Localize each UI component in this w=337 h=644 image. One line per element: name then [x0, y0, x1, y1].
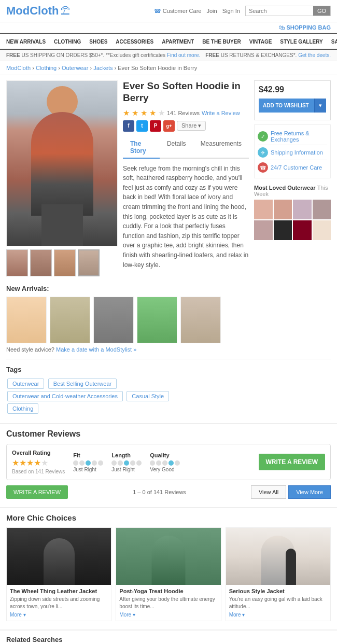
review-count-link[interactable]: 141 Reviews — [167, 110, 200, 116]
pinterest-share[interactable]: P — [150, 120, 161, 132]
nav-shoes[interactable]: SHOES — [85, 35, 111, 48]
fit-rating-block: Fit Just Right — [73, 452, 103, 472]
nav-apartment[interactable]: APARTMENT — [158, 35, 198, 48]
reviews-actions-row: WRITE A REVIEW 1 – 0 of 141 Reviews View… — [6, 485, 331, 499]
star-1: ★ — [123, 108, 130, 118]
more-chic-heading: More Chic Choices — [6, 513, 331, 522]
nav-sale[interactable]: SALE — [327, 35, 337, 48]
returns-link[interactable]: Get the deets. — [298, 52, 331, 58]
loved-item-2[interactable] — [274, 200, 292, 219]
shipping-info-link[interactable]: ✈ Shipping Information — [258, 145, 327, 160]
logo[interactable]: ModCloth ⛱ — [6, 4, 70, 18]
based-on-text: Based on 141 Reviews — [12, 469, 65, 474]
most-loved-section: Most Loved Outerwear This Week — [254, 185, 331, 240]
product-right-sidebar: $42.99 ADD TO WISHLIST ▾ ✓ Free Returns … — [254, 80, 331, 276]
nav-style-gallery[interactable]: STYLE GALLERY — [276, 35, 327, 48]
breadcrumb-outerwear[interactable]: Outerwear — [62, 65, 88, 71]
thumbnail-row — [6, 249, 118, 276]
chic-item-1-more[interactable]: More ▾ — [10, 612, 108, 618]
most-loved-grid — [254, 200, 331, 240]
overall-stars: ★★★★★ — [12, 458, 65, 468]
tag-cold-weather[interactable]: Outerwear and Cold-weather Accessories — [7, 391, 123, 401]
view-more-button[interactable]: View More — [288, 485, 331, 499]
write-review-button[interactable]: WRITE A REVIEW — [259, 454, 325, 470]
nav-clothing[interactable]: CLOTHING — [50, 35, 85, 48]
thumbnail-1[interactable] — [6, 249, 28, 276]
facebook-share[interactable]: f — [123, 120, 134, 132]
most-loved-heading: Most Loved Outerwear This Week — [254, 185, 331, 197]
chic-item-2-more[interactable]: More ▾ — [119, 612, 217, 618]
arrival-item-4[interactable] — [137, 297, 177, 343]
view-all-button[interactable]: View All — [251, 485, 286, 499]
length-label: Length — [111, 452, 142, 458]
shipping-find-out-link[interactable]: Find out more. — [167, 52, 200, 58]
loved-item-3[interactable] — [293, 200, 312, 219]
chic-grid: The Wheel Thing Leather Jacket Zipping d… — [6, 527, 331, 621]
twitter-share[interactable]: t — [136, 120, 148, 132]
join-link[interactable]: Join — [206, 8, 217, 14]
arrival-item-5[interactable] — [180, 297, 221, 343]
tag-best-selling[interactable]: Best Selling Outerwear — [48, 379, 117, 389]
customer-care-icon: ☎ — [258, 162, 268, 173]
reviews-heading: Customer Reviews — [6, 429, 331, 439]
star-4: ★ — [149, 108, 156, 118]
arrival-item-1[interactable] — [6, 297, 47, 343]
new-arrivals-heading: New Arrivals: — [6, 285, 331, 292]
tab-measurements[interactable]: Measurements — [193, 137, 249, 158]
breadcrumb-clothing[interactable]: Clothing — [36, 65, 57, 71]
search-input[interactable] — [246, 6, 313, 16]
tab-details[interactable]: Details — [160, 137, 193, 158]
googleplus-share[interactable]: g+ — [163, 120, 175, 132]
loved-item-8[interactable] — [313, 220, 331, 240]
loved-item-6[interactable] — [274, 220, 292, 240]
signin-link[interactable]: Sign In — [222, 8, 240, 14]
search-button[interactable]: GO — [313, 6, 330, 16]
nav-be-the-buyer[interactable]: BE THE BUYER — [198, 35, 245, 48]
breadcrumb-jackets[interactable]: Jackets — [93, 65, 113, 71]
new-arrivals-section: New Arrivals: Need style advice? Make a … — [0, 285, 337, 359]
nav-vintage[interactable]: VINTAGE — [245, 35, 276, 48]
chic-item-1: The Wheel Thing Leather Jacket Zipping d… — [6, 527, 111, 621]
nav-accessories[interactable]: ACCESSORIES — [111, 35, 158, 48]
free-returns-link[interactable]: ✓ Free Returns & Exchanges — [258, 128, 327, 145]
loved-item-1[interactable] — [254, 200, 273, 219]
chic-item-3: Serious Style Jacket You're an easy goin… — [226, 527, 331, 621]
thumbnail-3[interactable] — [54, 249, 76, 276]
customer-care-service-link[interactable]: ☎ 24/7 Customer Care — [258, 160, 327, 175]
customer-care-link[interactable]: ☎ Customer Care — [154, 8, 202, 15]
wishlist-dropdown-button[interactable]: ▾ — [314, 99, 326, 113]
product-details: Ever So Soften Hoodie in Berry ★ ★ ★ ★ ★… — [123, 80, 249, 276]
divider-2 — [0, 423, 337, 424]
breadcrumb-home[interactable]: ModCloth — [6, 65, 31, 71]
tag-outerwear[interactable]: Outerwear — [7, 379, 44, 389]
chic-item-3-desc: You're an easy going gal with a laid bac… — [229, 596, 327, 610]
modstylist-link[interactable]: Make a date with a ModStylist » — [56, 346, 136, 353]
social-share: f t P g+ Share ▾ — [123, 120, 249, 132]
loved-item-5[interactable] — [254, 220, 273, 240]
nav-new-arrivals[interactable]: NEW ARRIVALS — [2, 35, 50, 48]
tab-story[interactable]: The Story — [123, 137, 160, 159]
tag-casual-style[interactable]: Casual Style — [127, 391, 169, 401]
write-review-link[interactable]: Write a Review — [202, 110, 240, 116]
chic-item-1-image — [7, 528, 111, 585]
main-nav: NEW ARRIVALS CLOTHING SHOES ACCESSORIES … — [0, 33, 337, 50]
share-button[interactable]: Share ▾ — [177, 121, 206, 131]
thumbnail-4[interactable] — [78, 249, 100, 276]
star-2: ★ — [132, 108, 138, 118]
arrival-item-2[interactable] — [50, 297, 90, 343]
thumbnail-2[interactable] — [30, 249, 52, 276]
loved-item-7[interactable] — [293, 220, 312, 240]
tag-clothing[interactable]: Clothing — [7, 403, 38, 414]
chic-item-3-title: Serious Style Jacket — [229, 588, 327, 594]
write-review-button-2[interactable]: WRITE A REVIEW — [6, 485, 68, 499]
returns-icon: ✓ — [258, 131, 268, 142]
cart-label[interactable]: SHOPPING BAG — [286, 24, 331, 31]
chic-item-3-more[interactable]: More ▾ — [229, 612, 327, 618]
loved-item-4[interactable] — [313, 200, 331, 219]
quality-dots — [150, 460, 180, 466]
arrival-item-3[interactable] — [93, 297, 134, 343]
shipping-icon: ✈ — [258, 147, 268, 158]
add-to-wishlist-group: ADD TO WISHLIST ▾ — [259, 99, 326, 113]
chic-item-2: Post-Yoga Treat Hoodie After giving your… — [116, 527, 221, 621]
add-to-wishlist-button[interactable]: ADD TO WISHLIST — [259, 99, 314, 113]
